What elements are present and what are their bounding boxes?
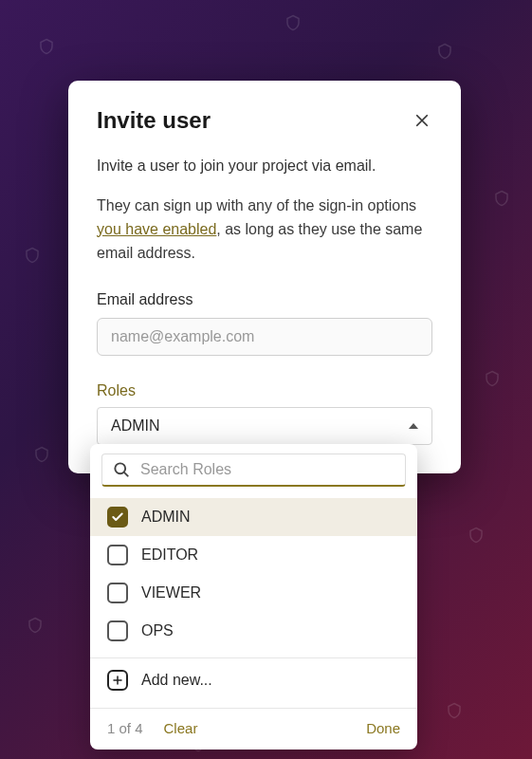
close-button[interactable]: [412, 110, 432, 131]
role-option-ops[interactable]: OPS: [90, 612, 417, 650]
dropdown-search-wrap: [101, 454, 406, 487]
roles-label: Roles: [97, 382, 432, 399]
close-icon: [413, 112, 431, 129]
role-option-label: VIEWER: [141, 584, 201, 602]
checkbox-unchecked-icon: [107, 620, 128, 641]
role-option-label: ADMIN: [141, 509, 191, 526]
role-option-label: OPS: [141, 622, 174, 639]
roles-selected-value: ADMIN: [111, 417, 160, 435]
add-new-label: Add new...: [141, 672, 212, 689]
desc2-before: They can sign up with any of the sign-in…: [97, 197, 416, 213]
signin-options-link[interactable]: you have enabled: [97, 221, 216, 237]
roles-select[interactable]: ADMIN: [97, 407, 432, 445]
email-input[interactable]: [97, 318, 432, 356]
roles-search-input[interactable]: [140, 461, 395, 478]
modal-title: Invite user: [97, 107, 211, 134]
modal-header: Invite user: [97, 107, 432, 134]
roles-section: Roles ADMIN: [97, 382, 432, 445]
modal-description-1: Invite a user to join your project via e…: [97, 155, 432, 177]
email-label: Email address: [97, 291, 432, 308]
role-option-label: EDITOR: [141, 546, 198, 564]
invite-user-modal: Invite user Invite a user to join your p…: [68, 81, 461, 473]
add-new-role[interactable]: Add new...: [90, 658, 417, 702]
role-option-editor[interactable]: EDITOR: [90, 536, 417, 574]
role-option-viewer[interactable]: VIEWER: [90, 574, 417, 612]
role-option-admin[interactable]: ADMIN: [90, 498, 417, 536]
roles-option-list: ADMIN EDITOR VIEWER OPS: [90, 496, 417, 652]
plus-square-icon: [107, 670, 128, 691]
selection-count: 1 of 4: [107, 720, 143, 736]
dropdown-search-row: [90, 444, 417, 496]
search-icon: [112, 460, 131, 479]
modal-description-2: They can sign up with any of the sign-in…: [97, 194, 432, 265]
checkbox-unchecked-icon: [107, 545, 128, 565]
clear-button[interactable]: Clear: [164, 720, 198, 736]
dropdown-footer: 1 of 4 Clear Done: [90, 709, 417, 750]
checkbox-checked-icon: [107, 507, 128, 528]
caret-up-icon: [409, 423, 418, 429]
done-button[interactable]: Done: [366, 720, 400, 736]
roles-dropdown: ADMIN EDITOR VIEWER OPS Add new... 1 of …: [90, 444, 417, 750]
checkbox-unchecked-icon: [107, 583, 128, 603]
